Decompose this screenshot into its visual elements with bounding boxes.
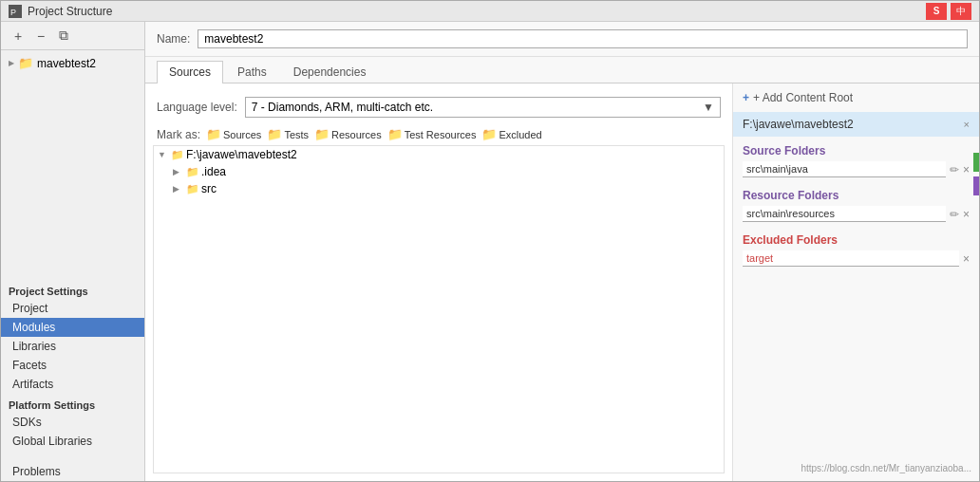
platform-settings-header: Platform Settings (1, 394, 144, 413)
tab-sources[interactable]: Sources (157, 61, 223, 83)
folder-icon: 📁 (18, 56, 33, 70)
sidebar-item-facets[interactable]: Facets (1, 356, 144, 375)
title-bar: P Project Structure S 中 (1, 1, 979, 22)
root-path-text: F:\javawe\mavebtest2 (743, 118, 854, 131)
resources-folder-icon: 📁 (314, 127, 330, 141)
sidebar-item-project[interactable]: Project (1, 299, 144, 318)
sidebar-item-global-libraries[interactable]: Global Libraries (1, 432, 144, 451)
mark-sources[interactable]: 📁 Sources (206, 127, 261, 141)
sidebar-item-libraries[interactable]: Libraries (1, 337, 144, 356)
resource-folder-row-0: src\main\resources ✏ × (743, 206, 970, 222)
excluded-folders-title: Excluded Folders (743, 233, 970, 247)
name-label: Name: (157, 32, 190, 46)
sources-folder-icon: 📁 (206, 127, 221, 141)
excluded-folder-icon: 📁 (481, 127, 497, 141)
mark-resources-label: Resources (331, 129, 382, 140)
title-bar-text: Project Structure (28, 5, 112, 18)
chevron-down-icon: ▼ (703, 101, 714, 114)
sidebar-item-modules[interactable]: Modules (1, 318, 144, 337)
mark-test-resources-label: Test Resources (405, 129, 477, 140)
svg-text:P: P (10, 8, 16, 17)
sidebar-item-sdks-label: SDKs (12, 416, 42, 429)
mark-sources-label: Sources (223, 129, 261, 140)
source-folders-title: Source Folders (743, 144, 970, 158)
resource-folder-edit-0[interactable]: ✏ (950, 208, 959, 221)
expand-arrow-src: ▶ (173, 184, 184, 194)
source-folders-section: Source Folders src\main\java ✏ × (733, 137, 979, 181)
source-folder-remove-0[interactable]: × (963, 163, 970, 176)
sidebar-item-artifacts[interactable]: Artifacts (1, 375, 144, 394)
file-tree[interactable]: ▼ 📁 F:\javawe\mavebtest2 ▶ 📁 .idea ▶ 📁 (153, 145, 725, 473)
language-level-label: Language level: (157, 101, 237, 114)
mark-tests-label: Tests (284, 129, 309, 140)
mark-as-bar: Mark as: 📁 Sources 📁 Tests 📁 Resources (153, 123, 725, 145)
sidebar-item-artifacts-label: Artifacts (12, 378, 53, 391)
file-tree-idea-label: .idea (201, 165, 226, 178)
tree-item-label: mavebtest2 (37, 57, 96, 70)
sidebar-item-sdks[interactable]: SDKs (1, 413, 144, 432)
sidebar-item-facets-label: Facets (12, 359, 47, 372)
mark-test-resources[interactable]: 📁 Test Resources (387, 127, 477, 141)
sidebar: + − ⧉ ▶ 📁 mavebtest2 Project Settings Pr… (1, 22, 145, 481)
remove-button[interactable]: − (31, 27, 50, 46)
tests-folder-icon: 📁 (267, 127, 282, 141)
tree-item-mavebtest2[interactable]: ▶ 📁 mavebtest2 (1, 54, 144, 72)
sogou-button[interactable]: S (926, 3, 947, 20)
tree-arrow: ▶ (9, 59, 14, 67)
mark-tests[interactable]: 📁 Tests (267, 127, 309, 141)
sidebar-item-global-libraries-label: Global Libraries (12, 435, 92, 448)
copy-button[interactable]: ⧉ (54, 27, 73, 46)
resource-folders-title: Resource Folders (743, 189, 970, 202)
source-folder-row-0: src\main\java ✏ × (743, 161, 970, 177)
mark-as-label: Mark as: (157, 128, 200, 141)
tab-dependencies[interactable]: Dependencies (281, 61, 379, 83)
sidebar-toolbar: + − ⧉ (1, 22, 144, 50)
idea-folder-icon: 📁 (186, 166, 199, 178)
mark-excluded-label: Excluded (499, 129, 541, 140)
source-folder-path-0: src\main\java (743, 161, 946, 177)
sidebar-item-modules-label: Modules (12, 321, 55, 334)
resource-folders-section: Resource Folders src\main\resources ✏ × (733, 181, 979, 226)
tabs-bar: Sources Paths Dependencies (145, 57, 979, 83)
sidebar-item-problems-label: Problems (12, 465, 61, 478)
root-folder-icon: 📁 (171, 149, 184, 161)
sidebar-item-libraries-label: Libraries (12, 340, 56, 353)
mark-resources[interactable]: 📁 Resources (314, 127, 382, 141)
file-tree-root[interactable]: ▼ 📁 F:\javawe\mavebtest2 (154, 146, 724, 163)
src-folder-icon: 📁 (186, 183, 199, 195)
language-level-bar: Language level: 7 - Diamonds, ARM, multi… (153, 91, 725, 123)
add-button[interactable]: + (9, 27, 28, 46)
name-bar: Name: (145, 22, 979, 57)
excluded-folders-section: Excluded Folders target × (733, 226, 979, 270)
add-content-root-label: + Add Content Root (753, 91, 853, 104)
file-tree-idea[interactable]: ▶ 📁 .idea (154, 163, 724, 180)
excluded-folder-remove-0[interactable]: × (963, 252, 970, 266)
watermark: https://blog.csdn.net/Mr_tianyanziaoba..… (801, 463, 971, 473)
sidebar-item-project-label: Project (12, 302, 47, 315)
file-tree-src[interactable]: ▶ 📁 src (154, 180, 724, 197)
resource-folder-remove-0[interactable]: × (963, 208, 970, 221)
purple-indicator (973, 176, 979, 195)
content-area: Language level: 7 - Diamonds, ARM, multi… (145, 83, 979, 481)
source-folder-edit-0[interactable]: ✏ (950, 163, 959, 176)
right-info-panel: + + Add Content Root F:\javawe\mavebtest… (732, 83, 979, 481)
excluded-folder-row-0: target × (743, 250, 970, 267)
file-tree-src-label: src (201, 182, 217, 195)
expand-arrow-root: ▼ (158, 150, 169, 159)
tab-paths[interactable]: Paths (225, 61, 279, 83)
mark-excluded[interactable]: 📁 Excluded (481, 127, 541, 141)
green-indicator (973, 153, 979, 172)
app-icon: P (9, 5, 22, 18)
right-panel: Name: Sources Paths Dependencies (145, 22, 979, 481)
sidebar-tree: ▶ 📁 mavebtest2 (1, 50, 144, 280)
language-level-select[interactable]: 7 - Diamonds, ARM, multi-catch etc. ▼ (245, 97, 721, 118)
add-icon: + (743, 91, 749, 104)
root-path-bar: F:\javawe\mavebtest2 × (733, 112, 979, 137)
add-content-root-button[interactable]: + + Add Content Root (733, 83, 979, 112)
excluded-folder-path-0: target (743, 250, 959, 267)
sidebar-item-problems[interactable]: Problems (1, 462, 144, 481)
name-input[interactable] (198, 29, 968, 48)
left-content: Language level: 7 - Diamonds, ARM, multi… (145, 83, 732, 481)
root-close-button[interactable]: × (964, 119, 970, 130)
lang-button[interactable]: 中 (951, 3, 971, 20)
